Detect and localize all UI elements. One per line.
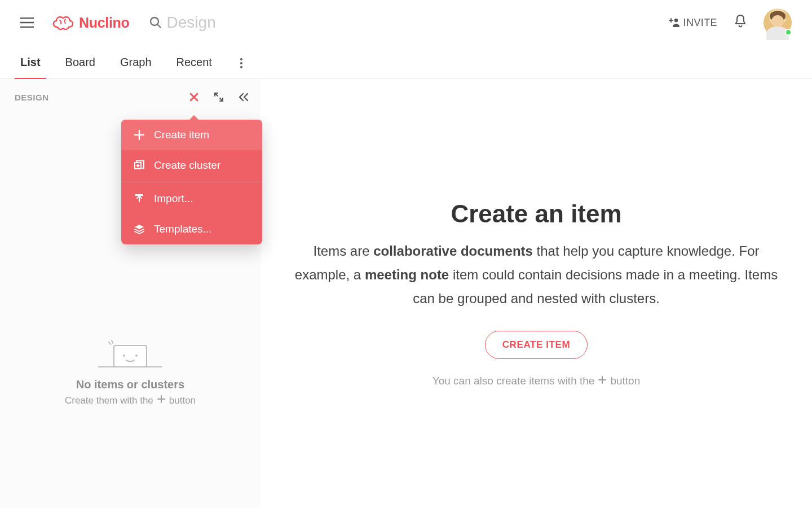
plus-icon xyxy=(134,129,145,141)
main-hint: You can also create items with the butto… xyxy=(433,375,640,387)
empty-sub-suffix: button xyxy=(169,395,196,406)
tab-board[interactable]: Board xyxy=(63,56,98,79)
svg-rect-8 xyxy=(114,345,147,367)
hamburger-icon xyxy=(20,17,34,28)
templates-icon xyxy=(134,224,145,235)
dropdown-import[interactable]: Import... xyxy=(121,183,262,214)
invite-label: INVITE xyxy=(683,17,717,29)
svg-rect-6 xyxy=(135,194,143,196)
main-title: Create an item xyxy=(451,200,621,228)
tab-graph[interactable]: Graph xyxy=(118,56,154,79)
view-tabs: List Board Graph Recent xyxy=(0,45,812,79)
sidebar-empty-state: No items or clusters Create them with th… xyxy=(0,340,261,406)
plus-icon xyxy=(157,395,166,406)
desc-text: item could contain decisions made in a m… xyxy=(413,267,778,306)
desc-bold: meeting note xyxy=(365,267,449,282)
collapse-sidebar-button[interactable] xyxy=(237,90,250,104)
expand-button[interactable] xyxy=(212,90,226,104)
presence-indicator xyxy=(785,29,792,36)
app-header: Nuclino Design INVITE xyxy=(0,0,812,45)
sidebar-actions xyxy=(187,90,250,104)
close-create-menu-button[interactable] xyxy=(187,90,201,104)
desc-bold: collaborative documents xyxy=(373,243,533,259)
sidebar-header: DESIGN xyxy=(0,79,261,104)
sidebar: DESIGN Create item xyxy=(0,79,261,508)
svg-point-3 xyxy=(240,62,242,64)
user-avatar[interactable] xyxy=(764,8,792,37)
empty-subtitle: Create them with the button xyxy=(0,395,261,406)
main-panel: Create an item Items are collaborative d… xyxy=(261,79,812,508)
close-icon xyxy=(189,93,198,102)
main-description: Items are collaborative documents that h… xyxy=(294,239,778,310)
svg-point-1 xyxy=(674,19,677,22)
header-right: INVITE xyxy=(668,8,796,37)
sidebar-title: DESIGN xyxy=(15,93,49,102)
svg-point-9 xyxy=(123,354,125,357)
desc-text: Items are xyxy=(313,243,373,259)
app-logo[interactable]: Nuclino xyxy=(52,14,130,31)
create-dropdown: Create item Create cluster Import... Tem xyxy=(121,120,262,244)
tab-recent[interactable]: Recent xyxy=(174,56,214,79)
app-name: Nuclino xyxy=(79,15,130,31)
expand-icon xyxy=(214,92,224,102)
search-field[interactable]: Design xyxy=(149,14,216,32)
dropdown-separator xyxy=(121,182,262,182)
search-icon xyxy=(149,16,162,29)
dropdown-item-label: Create cluster xyxy=(154,159,220,172)
chevrons-left-icon xyxy=(238,93,249,102)
hint-suffix: button xyxy=(610,375,640,387)
dropdown-item-label: Import... xyxy=(154,192,193,205)
invite-icon xyxy=(668,17,680,28)
cluster-icon xyxy=(134,160,145,171)
empty-title: No items or clusters xyxy=(0,378,261,391)
search-placeholder: Design xyxy=(167,14,216,32)
dropdown-item-label: Templates... xyxy=(154,223,211,235)
more-vertical-icon xyxy=(240,58,242,68)
invite-button[interactable]: INVITE xyxy=(668,17,717,29)
upload-icon xyxy=(134,193,145,204)
menu-button[interactable] xyxy=(16,11,38,34)
svg-point-2 xyxy=(240,58,242,60)
hint-prefix: You can also create items with the xyxy=(433,375,595,387)
dropdown-create-cluster[interactable]: Create cluster xyxy=(121,150,262,181)
plus-icon xyxy=(598,375,607,387)
notifications-button[interactable] xyxy=(734,14,747,31)
bell-icon xyxy=(734,14,747,29)
dropdown-templates[interactable]: Templates... xyxy=(121,214,262,244)
dropdown-item-label: Create item xyxy=(154,129,209,141)
tabs-more-button[interactable] xyxy=(235,52,248,75)
tab-list[interactable]: List xyxy=(18,56,43,79)
empty-sub-prefix: Create them with the xyxy=(65,395,153,406)
svg-point-10 xyxy=(135,354,138,357)
create-item-button[interactable]: CREATE ITEM xyxy=(485,331,588,359)
content-area: DESIGN Create item xyxy=(0,79,812,508)
brain-icon xyxy=(52,14,74,31)
empty-illustration xyxy=(0,340,261,370)
svg-point-4 xyxy=(240,66,242,68)
dropdown-create-item[interactable]: Create item xyxy=(121,120,262,150)
